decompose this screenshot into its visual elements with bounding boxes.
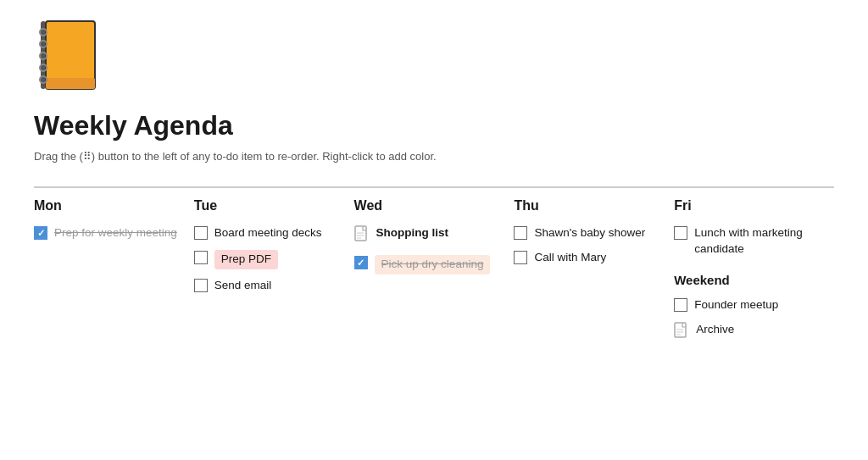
task-checkbox[interactable] [674,298,687,312]
document-icon [674,322,689,343]
task-label: Prep for weekly meeting [54,225,177,241]
column-tue: TueBoard meeting decksPrep PDFSend email [194,186,354,302]
task-item: Founder meetup [674,297,821,313]
task-checkbox[interactable] [34,226,47,240]
task-checkbox[interactable] [514,226,527,240]
column-header-wed: Wed [354,198,501,213]
task-checkbox[interactable] [674,226,687,240]
task-label: Prep PDF [214,250,278,269]
task-label: Shawn's baby shower [534,225,645,241]
svg-rect-3 [46,78,95,89]
task-item: Send email [194,278,341,294]
task-label: Lunch with marketing candidate [694,225,821,258]
task-item: Board meeting decks [194,225,341,241]
subsection-header-weekend: Weekend [674,273,821,287]
task-label: Pick up dry cleaning [375,255,491,274]
column-thu: ThuShawn's baby showerCall with Mary [514,186,674,274]
task-item: Pick up dry cleaning [354,255,501,274]
column-header-thu: Thu [514,198,660,213]
task-item: Archive [674,322,821,343]
task-label: Call with Mary [534,250,606,266]
column-header-fri: Fri [674,198,821,213]
document-icon [354,225,370,247]
column-header-mon: Mon [34,198,181,213]
task-item: Call with Mary [514,250,660,266]
task-label: Archive [696,322,734,338]
columns-container: MonPrep for weekly meetingTueBoard meeti… [34,186,834,352]
task-label: Send email [214,278,272,294]
page-title: Weekly Agenda [34,110,834,141]
task-checkbox[interactable] [194,279,208,292]
task-label: Founder meetup [694,297,778,313]
task-label: Shopping list [376,225,449,241]
task-item: Lunch with marketing candidate [674,225,821,258]
task-item: Shawn's baby shower [514,225,660,241]
task-checkbox[interactable] [514,251,527,264]
task-checkbox[interactable] [194,251,208,264]
app-logo [34,17,834,110]
task-checkbox[interactable] [194,226,208,240]
column-wed: Wed Shopping listPick up dry cleaning [354,186,515,283]
task-item: Shopping list [354,225,501,247]
task-item: Prep for weekly meeting [34,225,181,241]
task-item: Prep PDF [194,250,341,269]
page-subtitle: Drag the (⠿) button to the left of any t… [34,150,834,163]
column-mon: MonPrep for weekly meeting [34,186,194,250]
column-header-tue: Tue [194,198,341,213]
task-label: Board meeting decks [214,225,322,241]
column-fri: FriLunch with marketing candidateWeekend… [674,186,834,352]
task-checkbox[interactable] [354,256,368,269]
